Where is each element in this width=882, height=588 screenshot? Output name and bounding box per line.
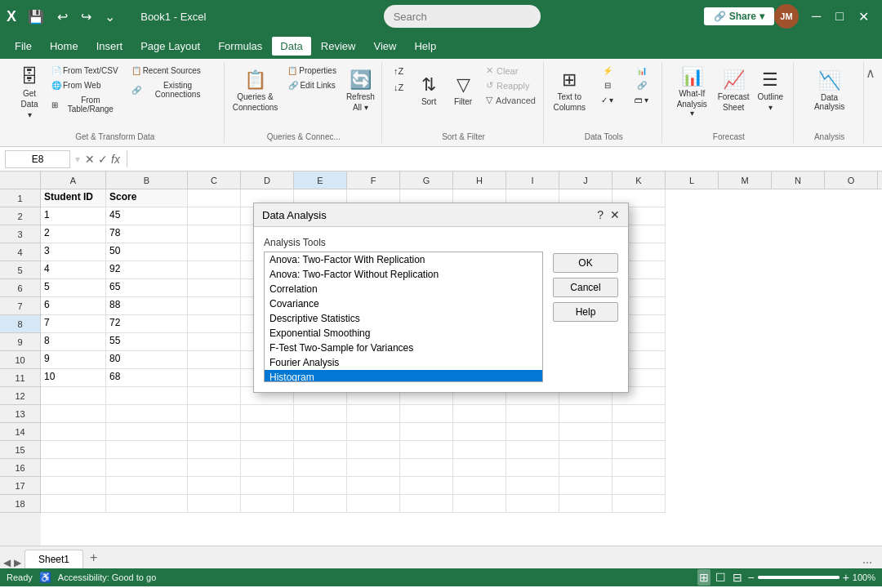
dialog-close-button[interactable]: ✕ xyxy=(610,208,620,221)
list-item[interactable]: Descriptive Statistics xyxy=(265,311,542,326)
list-item[interactable]: Covariance xyxy=(265,296,542,311)
dialog-buttons: OK Cancel Help xyxy=(553,237,618,382)
dialog-body: Analysis Tools Anova: Two-Factor With Re… xyxy=(254,227,628,392)
analysis-tools-list[interactable]: Anova: Two-Factor With ReplicationAnova:… xyxy=(264,252,543,382)
dialog-ok-button[interactable]: OK xyxy=(553,253,618,273)
dialog-overlay: Data Analysis ? ✕ Analysis Tools Anova: … xyxy=(0,0,882,588)
dialog-list-label: Analysis Tools xyxy=(264,237,543,248)
dialog-title: Data Analysis xyxy=(262,209,327,221)
list-item[interactable]: Exponential Smoothing xyxy=(265,326,542,341)
dialog-list-container: Analysis Tools Anova: Two-Factor With Re… xyxy=(264,237,543,382)
list-item[interactable]: Anova: Two-Factor With Replication xyxy=(265,252,542,267)
list-item[interactable]: Fourier Analysis xyxy=(265,355,542,370)
dialog-help-action-button[interactable]: Help xyxy=(553,302,618,322)
dialog-cancel-button[interactable]: Cancel xyxy=(553,278,618,297)
list-item[interactable]: Anova: Two-Factor Without Replication xyxy=(265,267,542,282)
dialog-titlebar: Data Analysis ? ✕ xyxy=(254,203,628,227)
dialog-title-buttons: ? ✕ xyxy=(597,208,620,221)
data-analysis-dialog: Data Analysis ? ✕ Analysis Tools Anova: … xyxy=(253,203,629,393)
list-item[interactable]: Correlation xyxy=(265,282,542,296)
list-item[interactable]: Histogram xyxy=(265,370,542,382)
dialog-help-button[interactable]: ? xyxy=(597,208,604,221)
list-item[interactable]: F-Test Two-Sample for Variances xyxy=(265,341,542,355)
